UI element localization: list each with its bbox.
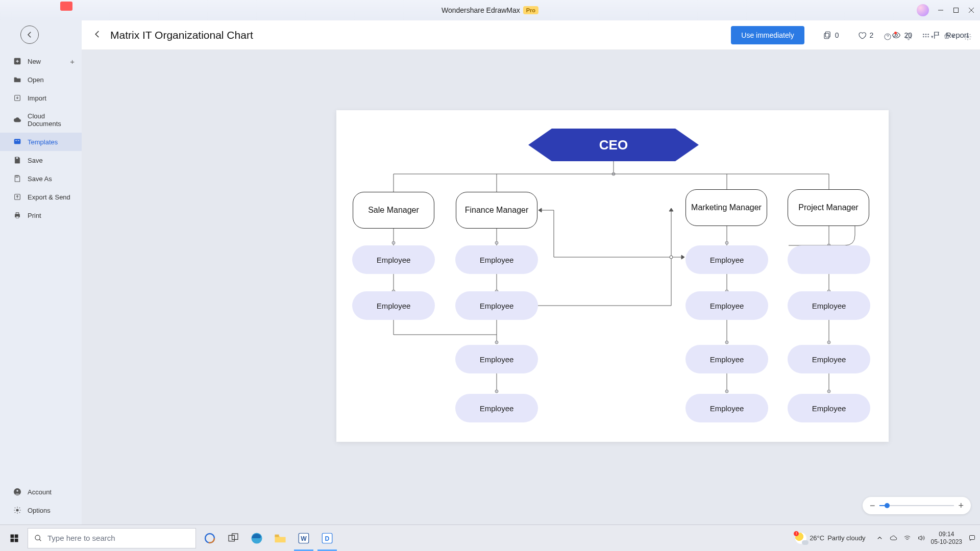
plus-icon[interactable]: + (70, 57, 75, 66)
titlebar-corner (0, 0, 82, 20)
title-bar: Wondershare EdrawMax Pro (0, 0, 980, 20)
help-icon[interactable]: ▾ (884, 33, 895, 41)
cart-icon[interactable]: ▾ (943, 33, 954, 41)
zoom-control: − + (863, 497, 971, 514)
svg-point-63 (827, 390, 830, 393)
search-icon (34, 534, 42, 542)
svg-point-72 (35, 535, 40, 540)
sidebar-item-import[interactable]: Import (0, 89, 82, 107)
templates-icon (13, 138, 21, 146)
sidebar-item-print[interactable]: Print (0, 206, 82, 224)
document-header: Matrix IT Organizational Chart Use immed… (82, 20, 980, 50)
svg-rect-77 (232, 534, 238, 539)
svg-rect-71 (15, 538, 18, 542)
sidebar-label: Save As (28, 175, 52, 183)
sidebar-item-save[interactable]: Save (0, 151, 82, 169)
svg-point-67 (670, 256, 673, 259)
svg-rect-76 (229, 535, 234, 541)
close-button[interactable] (968, 7, 975, 14)
start-button[interactable] (2, 525, 27, 551)
employee-node: Employee (455, 291, 538, 320)
sidebar-item-open[interactable]: Open (0, 70, 82, 89)
print-icon (13, 211, 21, 219)
svg-rect-26 (825, 32, 830, 37)
manager-node-sale: Sale Manager (353, 192, 434, 229)
onedrive-icon[interactable] (890, 534, 897, 542)
weather-widget[interactable]: ! 26°C Partly cloudy (795, 533, 865, 544)
svg-rect-14 (14, 139, 20, 144)
taskbar-taskview-icon[interactable] (222, 525, 245, 551)
folder-icon (13, 76, 21, 84)
windows-taskbar: Type here to search W D ! 26°C Partly cl… (0, 524, 980, 551)
volume-icon[interactable] (917, 534, 925, 542)
tray-chevron-up-icon[interactable] (876, 534, 884, 542)
pro-badge: Pro (523, 6, 538, 14)
svg-point-47 (495, 390, 498, 393)
manager-node-finance: Finance Manager (456, 192, 537, 229)
manager-node-project: Project Manager (788, 189, 869, 226)
grid-icon[interactable]: ▾ (922, 33, 934, 41)
wifi-icon[interactable] (903, 534, 911, 542)
svg-rect-17 (16, 157, 18, 159)
svg-marker-66 (669, 208, 673, 211)
ceo-node: CEO (528, 129, 699, 161)
account-icon (13, 488, 21, 496)
taskbar-search[interactable]: Type here to search (28, 528, 196, 548)
svg-point-45 (495, 341, 498, 344)
bell-icon[interactable] (904, 33, 913, 41)
sidebar-item-templates[interactable]: Templates (0, 133, 82, 151)
employee-node: Employee (788, 345, 870, 373)
svg-point-11 (967, 36, 969, 38)
employee-node: Employee (685, 345, 768, 373)
copies-stat[interactable]: 0 (823, 31, 839, 40)
svg-point-6 (925, 34, 927, 35)
sidebar-item-options[interactable]: Options (0, 501, 82, 519)
taskbar-edrawmax-icon[interactable]: D (315, 525, 339, 551)
canvas-area[interactable]: CEO Sale Manager Finance Manager Marketi… (82, 50, 980, 524)
back-circle-button[interactable] (20, 26, 39, 44)
sidebar-item-save-as[interactable]: Save As (0, 169, 82, 188)
zoom-out-button[interactable]: − (870, 500, 875, 511)
weather-icon: ! (795, 533, 806, 544)
employee-node: Employee (685, 291, 768, 320)
taskbar-explorer-icon[interactable] (268, 525, 292, 551)
taskbar-clock[interactable]: 09:14 05-10-2023 (931, 531, 962, 545)
svg-rect-84 (970, 536, 975, 540)
svg-text:W: W (301, 535, 307, 542)
notifications-icon[interactable] (968, 534, 976, 542)
user-avatar[interactable] (917, 4, 929, 16)
save-icon (13, 156, 21, 164)
taskbar-word-icon[interactable]: W (292, 525, 315, 551)
back-button[interactable] (93, 30, 102, 41)
sidebar-label: Options (28, 507, 51, 514)
taskbar-pinned: W D (198, 525, 339, 551)
sidebar-label: Save (28, 157, 43, 164)
likes-stat[interactable]: 2 (857, 31, 874, 40)
svg-rect-69 (15, 534, 18, 538)
employee-node-blank (788, 245, 870, 274)
minimize-button[interactable] (937, 7, 944, 14)
taskbar-edge-icon[interactable] (245, 525, 268, 551)
svg-point-8 (923, 36, 924, 38)
sidebar: New + Open Import Cloud Documents Templa… (0, 20, 82, 524)
maximize-button[interactable] (952, 7, 960, 14)
svg-rect-27 (824, 33, 829, 39)
svg-line-73 (39, 539, 41, 541)
use-immediately-button[interactable]: Use immediately (731, 26, 804, 44)
svg-rect-22 (16, 216, 18, 218)
options-icon (13, 506, 21, 514)
zoom-in-button[interactable]: + (958, 500, 964, 511)
svg-marker-65 (538, 208, 542, 212)
sidebar-item-account[interactable]: Account (0, 483, 82, 501)
svg-point-41 (495, 241, 498, 244)
svg-rect-79 (275, 534, 279, 537)
sidebar-item-export-send[interactable]: Export & Send (0, 188, 82, 206)
gear-icon[interactable] (964, 33, 972, 41)
sidebar-item-new[interactable]: New + (0, 52, 82, 70)
taskbar-cortana-icon[interactable] (198, 525, 222, 551)
svg-point-24 (16, 490, 18, 492)
sidebar-item-cloud-documents[interactable]: Cloud Documents (0, 107, 82, 133)
zoom-slider[interactable] (879, 505, 954, 506)
search-placeholder: Type here to search (47, 534, 115, 542)
svg-point-25 (16, 509, 18, 511)
